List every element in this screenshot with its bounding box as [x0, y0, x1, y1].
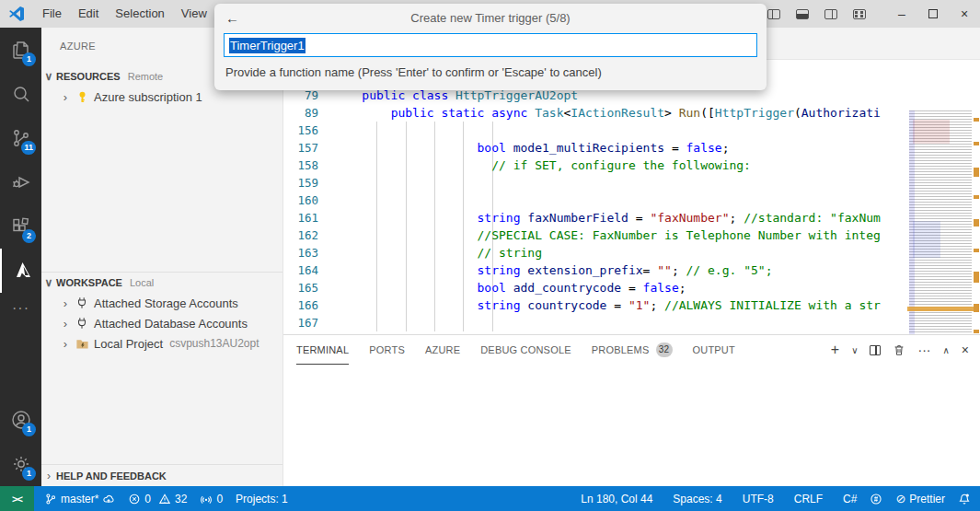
projects-status-item[interactable]: Projects: 1	[229, 486, 294, 511]
editor-group: ∨ ··· 79 public class HttpTriggerAU2opt8…	[283, 28, 980, 486]
more-actions-icon[interactable]: ···	[917, 343, 930, 357]
back-button[interactable]: ←	[225, 4, 239, 31]
git-branch-item[interactable]: master*	[38, 486, 121, 511]
activity-extensions[interactable]: 2	[0, 204, 41, 249]
tab-problems[interactable]: PROBLEMS 32	[592, 335, 673, 365]
tree-item-desc: csvpush13AU2opt	[169, 337, 259, 350]
line-number[interactable]: 160	[283, 192, 333, 209]
close-panel-icon[interactable]: ×	[962, 343, 969, 357]
tab-ports[interactable]: PORTS	[369, 335, 405, 365]
prettier-status-item[interactable]: ⊘ Prettier	[889, 486, 951, 511]
line-number[interactable]: 166	[283, 296, 333, 314]
code-text: string countrycode = "1"; //ALWAYS INITI…	[333, 296, 881, 314]
code-row[interactable]: 165 bool add_countrycode = false;	[283, 279, 909, 296]
code-row[interactable]: 167	[283, 314, 909, 331]
line-number[interactable]: 163	[283, 244, 333, 261]
terminal-content[interactable]	[283, 365, 980, 486]
remote-indicator[interactable]: ><	[0, 486, 34, 511]
tree-item-attached-database[interactable]: › Attached Database Accounts	[41, 313, 282, 333]
code-row[interactable]: 166 string countrycode = "1"; //ALWAYS I…	[283, 296, 909, 314]
menu-view[interactable]: View	[173, 0, 215, 28]
problems-status-item[interactable]: 0 32	[121, 486, 193, 511]
code-row[interactable]: 158 // if SET, configure the follwowing:	[283, 157, 909, 174]
code-row[interactable]: 164 string extension_prefix= ""; // e.g.…	[283, 261, 909, 279]
projects-label: Projects: 1	[236, 493, 288, 505]
code-text: bool add_countrycode = false;	[333, 279, 686, 296]
tree-item-local-project[interactable]: › Local Project csvpush13AU2opt	[41, 333, 282, 354]
maximize-panel-icon[interactable]: ∧	[942, 345, 949, 355]
menu-edit[interactable]: Edit	[70, 0, 107, 28]
code-editor[interactable]: 79 public class HttpTriggerAU2opt89 publ…	[283, 60, 980, 334]
menu-selection[interactable]: Selection	[107, 0, 172, 28]
split-terminal-icon[interactable]	[870, 345, 881, 355]
workspace-desc: Local	[130, 277, 154, 288]
activity-search[interactable]	[0, 72, 41, 116]
toggle-panel-icon[interactable]	[796, 9, 809, 19]
line-number[interactable]: 89	[283, 104, 333, 122]
menu-file[interactable]: File	[34, 0, 70, 28]
ports-status-item[interactable]: 0	[193, 486, 229, 511]
activity-run-debug[interactable]	[0, 160, 41, 204]
line-number[interactable]: 157	[283, 139, 333, 157]
workspace-header[interactable]: ∨ WORKSPACE Local	[41, 273, 282, 293]
tab-debug-console[interactable]: DEBUG CONSOLE	[480, 335, 571, 365]
quick-input-hint: Provide a function name (Press 'Enter' t…	[225, 65, 755, 79]
minimize-button[interactable]: –	[886, 0, 917, 28]
line-number[interactable]: 156	[283, 122, 333, 139]
no-entry-icon: ⊘	[895, 492, 905, 505]
line-number[interactable]: 158	[283, 157, 333, 174]
indentation-item[interactable]: Spaces: 4	[666, 486, 728, 511]
toggle-secondary-sidebar-icon[interactable]	[824, 9, 837, 19]
activity-accounts[interactable]: 1	[0, 398, 41, 442]
activity-explorer[interactable]: 1	[0, 28, 41, 72]
code-text: //SPECIAL CASE: FaxNumber is Telephone N…	[333, 226, 881, 244]
line-number[interactable]: 167	[283, 314, 333, 331]
language-mode-item[interactable]: C#	[836, 486, 863, 511]
minimap[interactable]	[909, 110, 972, 334]
tree-item-label: Azure subscription 1	[94, 90, 202, 104]
trash-icon[interactable]	[893, 343, 905, 356]
line-number[interactable]: 165	[283, 279, 333, 296]
chevron-down-icon[interactable]: ∨	[851, 345, 858, 355]
csharp-project-status-item[interactable]	[863, 486, 889, 511]
code-row[interactable]: 159	[283, 174, 909, 192]
tab-terminal[interactable]: TERMINAL	[296, 335, 349, 365]
activity-azure[interactable]	[0, 249, 41, 293]
tab-output[interactable]: OUTPUT	[693, 335, 735, 365]
encoding-item[interactable]: UTF-8	[736, 486, 780, 511]
input-selected-text: TimerTrigger1	[229, 38, 306, 53]
activity-settings[interactable]: 1	[0, 442, 41, 486]
code-row[interactable]: 160	[283, 192, 909, 209]
maximize-button[interactable]	[917, 0, 949, 28]
close-button[interactable]: ×	[949, 0, 980, 28]
line-number[interactable]: 161	[283, 209, 333, 226]
chevron-right-icon: ›	[58, 90, 73, 104]
cursor-position-item[interactable]: Ln 180, Col 44	[574, 486, 659, 511]
function-name-input[interactable]: TimerTrigger1	[224, 33, 757, 57]
code-row[interactable]: 157 bool mode1_multiRecipients = false;	[283, 139, 909, 157]
toggle-primary-sidebar-icon[interactable]	[767, 9, 780, 19]
line-number[interactable]: 159	[283, 174, 333, 192]
activity-source-control[interactable]: 11	[0, 116, 41, 160]
new-terminal-button[interactable]: +	[831, 342, 839, 358]
eol-item[interactable]: CRLF	[788, 486, 829, 511]
line-number[interactable]: 164	[283, 261, 333, 279]
help-feedback-section[interactable]: › HELP AND FEEDBACK	[41, 464, 282, 486]
customize-layout-icon[interactable]	[853, 9, 866, 19]
code-row[interactable]: 162 //SPECIAL CASE: FaxNumber is Telepho…	[283, 226, 909, 244]
code-row[interactable]: 161 string faxNumberField = "faxNumber";…	[283, 209, 909, 226]
error-count: 0	[144, 493, 151, 505]
code-area[interactable]: 79 public class HttpTriggerAU2opt89 publ…	[283, 60, 909, 334]
code-text: bool mode1_multiRecipients = false;	[333, 139, 730, 157]
tab-azure[interactable]: AZURE	[425, 335, 460, 365]
search-icon	[10, 83, 32, 105]
notifications-item[interactable]	[951, 486, 980, 511]
activity-more[interactable]: ···	[12, 293, 29, 324]
tree-item-attached-storage[interactable]: › Attached Storage Accounts	[41, 293, 282, 313]
encoding: UTF-8	[743, 493, 774, 505]
line-number[interactable]: 162	[283, 226, 333, 244]
code-row[interactable]: 163 // string	[283, 244, 909, 261]
code-row[interactable]: 89 public static async Task<IActionResul…	[283, 104, 909, 122]
code-row[interactable]: 156	[283, 122, 909, 139]
vscode-logo-icon	[8, 6, 25, 22]
